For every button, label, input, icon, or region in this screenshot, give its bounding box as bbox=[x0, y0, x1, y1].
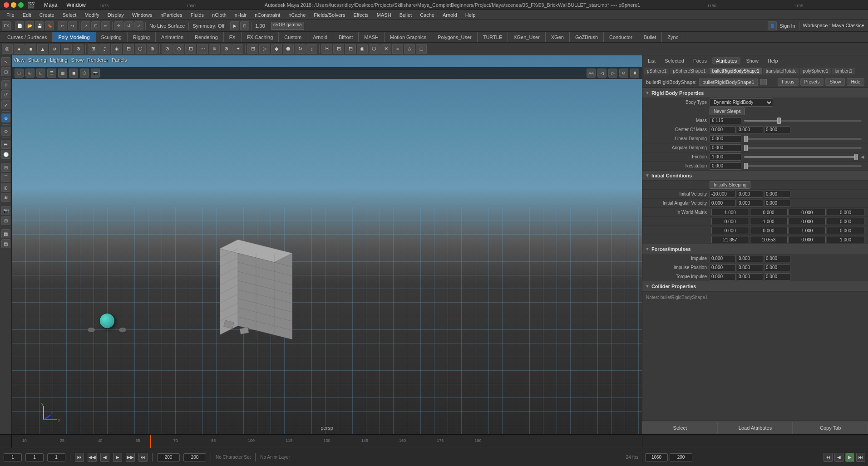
vb-hud[interactable]: ☰ bbox=[47, 69, 56, 78]
vb-frame-start[interactable]: ◁ bbox=[597, 69, 607, 78]
node-tab-translate-rotate[interactable]: translateRotate bbox=[763, 68, 799, 74]
pb-right-fwd[interactable]: ▶ bbox=[845, 453, 854, 462]
tb-fx-dropdown[interactable]: FX bbox=[2, 21, 11, 30]
menu-fields-solvers[interactable]: Fields/Solvers bbox=[310, 11, 349, 19]
m03[interactable]: 0.000 bbox=[827, 209, 864, 216]
tb-save-scene[interactable]: 🔖 bbox=[45, 21, 54, 30]
section-forces-impulses[interactable]: ▼ Forces/Impulses bbox=[642, 244, 868, 254]
torque-y[interactable] bbox=[737, 273, 763, 280]
frame-start-input[interactable] bbox=[4, 453, 22, 461]
range-right-start[interactable] bbox=[645, 453, 668, 461]
viewport-menu-lighting[interactable]: Lighting bbox=[50, 57, 68, 63]
linear-damping-slider[interactable] bbox=[744, 138, 862, 140]
m12[interactable]: 0.000 bbox=[789, 218, 826, 225]
lt-move-tool[interactable]: ✛ bbox=[1, 80, 10, 89]
ti-cube[interactable]: ■ bbox=[25, 44, 36, 54]
vb-grid[interactable]: ⊡ bbox=[36, 69, 45, 78]
tab-rendering[interactable]: Rendering bbox=[189, 32, 224, 42]
lt-snap-grid[interactable]: ⊞ bbox=[1, 163, 10, 172]
tab-xgen[interactable]: XGen bbox=[546, 32, 570, 42]
menu-nparticles[interactable]: nParticles bbox=[157, 11, 186, 19]
mass-slider[interactable] bbox=[744, 120, 862, 122]
m33[interactable]: 1.000 bbox=[827, 236, 864, 243]
ae-tab-attributes[interactable]: Attributes bbox=[712, 57, 740, 64]
vb-pause[interactable]: ⏸ bbox=[630, 69, 639, 78]
initial-ang-vel-z[interactable] bbox=[764, 200, 790, 207]
restitution-input[interactable] bbox=[710, 162, 741, 170]
tab-fx-caching[interactable]: FX Caching bbox=[242, 32, 279, 42]
body-type-dropdown[interactable]: Dynamic RigidBody bbox=[710, 98, 773, 107]
friction-slider[interactable] bbox=[744, 156, 858, 158]
viewport-menu-show[interactable]: Show bbox=[71, 57, 84, 63]
ti-select[interactable]: ◎ bbox=[2, 44, 13, 54]
frame-end-input[interactable] bbox=[47, 453, 65, 461]
tb-new[interactable]: 📄 bbox=[15, 21, 24, 30]
ae-tab-help[interactable]: Help bbox=[764, 57, 782, 64]
vb-snap-time[interactable]: ⊙ bbox=[619, 69, 628, 78]
viewport[interactable]: x y z View Shading Lighting Show Rendere… bbox=[12, 55, 642, 434]
ti-combine[interactable]: ⊞ bbox=[88, 44, 99, 54]
ti-slide[interactable]: ⋯ bbox=[197, 44, 208, 54]
gamma-dropdown[interactable]: sRGB gamma bbox=[271, 22, 304, 30]
ti-quadrangulate[interactable]: □ bbox=[416, 44, 427, 54]
menu-ncloth[interactable]: nCloth bbox=[208, 11, 230, 19]
tab-arnold[interactable]: Arnold bbox=[307, 32, 333, 42]
tb-rotate[interactable]: ↺ bbox=[124, 21, 133, 30]
ae-select-btn[interactable]: Select bbox=[642, 422, 718, 434]
window-menu[interactable]: Window bbox=[66, 2, 86, 8]
lt-select-tool[interactable]: ↖ bbox=[1, 57, 10, 66]
m22[interactable]: 1.000 bbox=[789, 227, 826, 234]
ae-tab-selected[interactable]: Selected bbox=[661, 57, 688, 64]
ti-plane[interactable]: ▭ bbox=[61, 44, 72, 54]
m01[interactable]: 0.000 bbox=[750, 209, 788, 216]
lt-lasso-tool[interactable]: ⊡ bbox=[1, 67, 10, 76]
angular-damping-input[interactable] bbox=[710, 144, 741, 152]
m32[interactable]: 0.000 bbox=[789, 236, 826, 243]
com-x[interactable] bbox=[710, 126, 736, 133]
lt-camera[interactable]: 📷 bbox=[1, 206, 10, 215]
pb-next-frame[interactable]: ▶▶ bbox=[126, 453, 135, 462]
m00[interactable]: 1.000 bbox=[711, 209, 749, 216]
close-button[interactable] bbox=[4, 2, 9, 8]
menu-create[interactable]: Create bbox=[36, 11, 58, 19]
m20[interactable]: 0.000 bbox=[711, 227, 749, 234]
impulse-y[interactable] bbox=[737, 255, 763, 262]
ae-load-attributes-btn[interactable]: Load Attributes bbox=[718, 422, 793, 434]
ti-wedge[interactable]: ▷ bbox=[259, 44, 270, 54]
vb-snap[interactable]: ⊞ bbox=[25, 69, 35, 78]
tb-paint[interactable]: ✏ bbox=[101, 21, 110, 30]
ae-tab-focus[interactable]: Focus bbox=[690, 57, 710, 64]
imp-pos-z[interactable] bbox=[764, 264, 790, 271]
ae-tab-show[interactable]: Show bbox=[742, 57, 762, 64]
tb-render[interactable]: ▶ bbox=[230, 21, 239, 30]
menu-select[interactable]: Select bbox=[59, 11, 80, 19]
menu-windows[interactable]: Windows bbox=[128, 11, 156, 19]
section-collider[interactable]: ▼ Collider Properties bbox=[642, 281, 868, 291]
ti-triangulate[interactable]: △ bbox=[404, 44, 415, 54]
ti-append[interactable]: ⊕ bbox=[147, 44, 158, 54]
m10[interactable]: 0.000 bbox=[711, 218, 749, 225]
menu-bullet[interactable]: Bullet bbox=[396, 11, 416, 19]
pb-jump-end[interactable]: ⏭ bbox=[138, 453, 148, 462]
menu-help[interactable]: Help bbox=[462, 11, 479, 19]
ti-bridge[interactable]: ⊟ bbox=[123, 44, 134, 54]
timeline-ruler[interactable]: 10 25 40 55 70 85 100 115 130 145 160 17… bbox=[12, 435, 642, 448]
pb-right-back[interactable]: ◀ bbox=[834, 453, 843, 462]
lt-scale-tool[interactable]: ⤢ bbox=[1, 100, 10, 109]
lt-show-manip[interactable]: ☰ bbox=[1, 140, 10, 149]
tab-custom[interactable]: Custom bbox=[279, 32, 307, 42]
ti-offset[interactable]: ⊡ bbox=[185, 44, 196, 54]
angular-damping-slider[interactable] bbox=[744, 147, 862, 149]
menu-cache[interactable]: Cache bbox=[416, 11, 438, 19]
lt-universal-tool[interactable]: ⊕ bbox=[1, 113, 10, 123]
ae-node-icon[interactable] bbox=[760, 79, 767, 85]
tab-motion-graphics[interactable]: Motion Graphics bbox=[385, 32, 432, 42]
ae-copy-tab-btn[interactable]: Copy Tab bbox=[793, 422, 868, 434]
ti-merge-verts[interactable]: ◉ bbox=[357, 44, 368, 54]
tb-save[interactable]: 💾 bbox=[35, 21, 44, 30]
m23[interactable]: 0.000 bbox=[827, 227, 864, 234]
range-start-input[interactable] bbox=[157, 453, 180, 461]
vb-resolution[interactable]: ⬡ bbox=[80, 69, 89, 78]
tab-animation[interactable]: Animation bbox=[156, 32, 189, 42]
ti-cone[interactable]: ▲ bbox=[37, 44, 48, 54]
